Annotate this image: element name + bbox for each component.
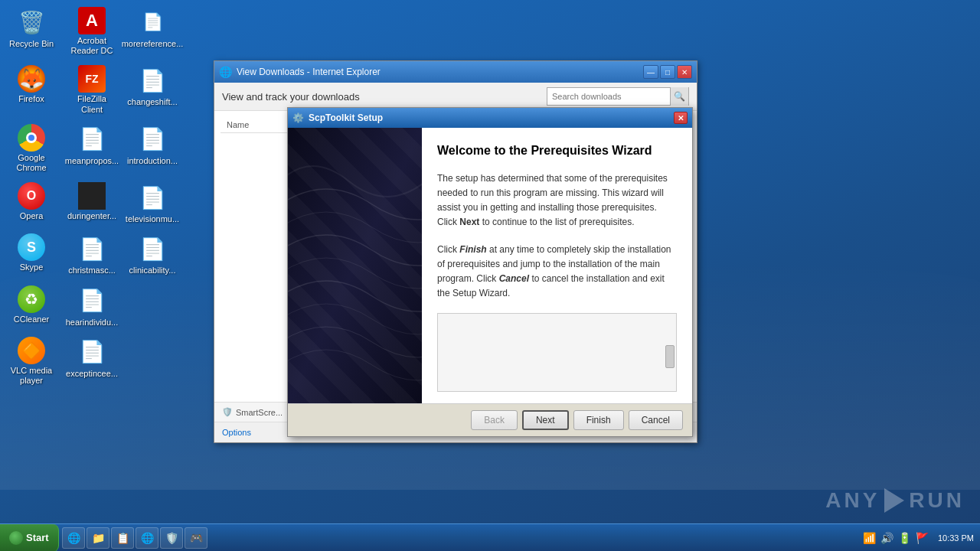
setup-scroll-area[interactable] (437, 313, 677, 392)
icon-label-clinicability: clinicability... (129, 266, 176, 276)
icon-ccleaner[interactable]: ♻ CCleaner (4, 282, 59, 331)
tray-network-icon: 📶 (863, 532, 876, 544)
anyrun-watermark: ANY RUN (825, 488, 965, 513)
back-button[interactable]: Back (471, 410, 518, 430)
search-box[interactable]: 🔍 (547, 87, 689, 106)
icon-meanpropos[interactable]: 📄 meanpropos... (64, 121, 119, 176)
icon-label-acrobat: Acrobat Reader DC (67, 36, 116, 56)
icon-label-televisionmu: televisionmu... (126, 214, 179, 224)
ie-title-icon: 🌐 (219, 66, 232, 78)
system-tray: 📶 🔊 🔋 🚩 10:33 PM (857, 532, 980, 544)
taskbar-gamepad[interactable]: 🎮 (185, 527, 207, 549)
options-link[interactable]: Options (222, 428, 251, 437)
icon-duringenter[interactable]: duringenter... (64, 179, 119, 227)
icon-label-morereference: morereference... (122, 39, 184, 49)
anyrun-text-any: ANY (825, 488, 880, 513)
icon-recycle-bin[interactable]: 🗑️ Recycle Bin (4, 4, 59, 59)
setup-left-panel (288, 128, 422, 403)
close-downloads-button[interactable]: ✕ (677, 65, 692, 79)
tray-flag-icon: 🚩 (916, 532, 929, 544)
icon-exceptincee[interactable]: 📄 exceptincee... (64, 334, 119, 389)
icon-morereference[interactable]: 📄 morereference... (125, 4, 180, 59)
morereference-icon: 📄 (137, 7, 168, 37)
desktop-icons: 🗑️ Recycle Bin A Acrobat Reader DC 📄 mor… (4, 4, 182, 389)
vlc-icon: 🔶 (18, 337, 45, 364)
icon-firefox[interactable]: 🦊 Firefox (4, 62, 59, 117)
duringenter-icon (78, 182, 106, 210)
maximize-button[interactable]: □ (660, 65, 675, 79)
icon-label-christmasc: christmasc... (68, 266, 116, 276)
search-button[interactable]: 🔍 (670, 87, 688, 106)
icon-acrobat[interactable]: A Acrobat Reader DC (64, 4, 119, 59)
anyrun-text-run: RUN (909, 488, 965, 513)
skype-icon: S (18, 233, 45, 261)
taskbar-shield[interactable]: 🛡️ (160, 527, 183, 549)
search-input[interactable] (547, 88, 670, 105)
icon-vlc[interactable]: 🔶 VLC media player (4, 334, 59, 389)
icon-label-skype: Skype (20, 262, 44, 272)
setup-footer: Back Next Finish Cancel (288, 403, 692, 436)
taskbar-ie[interactable]: 🌐 (62, 527, 85, 549)
cancel-bold-text: Cancel (499, 273, 529, 284)
exceptincee-icon: 📄 (77, 337, 107, 367)
start-label: Start (26, 532, 49, 543)
start-button[interactable]: Start (0, 524, 59, 552)
icon-label-meanpropos: meanpropos... (65, 156, 119, 166)
icon-opera[interactable]: O Opera (4, 179, 59, 227)
icon-label-introduction: introduction... (127, 156, 178, 166)
icon-introduction[interactable]: 📄 introduction... (125, 121, 180, 176)
televisionmu-icon: 📄 (137, 182, 168, 213)
icon-label-firefox: Firefox (18, 94, 44, 104)
taskbar-folder[interactable]: 📁 (87, 527, 109, 549)
anyrun-play-icon (884, 488, 904, 513)
christmasc-icon: 📄 (77, 233, 107, 264)
icon-hearindividu[interactable]: 📄 hearindividu... (64, 282, 119, 331)
icon-label-vlc: VLC media player (7, 366, 56, 386)
system-clock: 10:33 PM (938, 533, 974, 543)
changeshift-icon: 📄 (137, 65, 168, 96)
setup-right-panel: Welcome to the Prerequisites Wizard The … (422, 128, 692, 403)
minimize-button[interactable]: — (643, 65, 658, 79)
tray-icons: 📶 🔊 🔋 🚩 (863, 532, 929, 544)
icon-label-duringenter: duringenter... (67, 211, 116, 221)
icon-label-exceptincee: exceptincee... (66, 369, 118, 379)
filezilla-icon: FZ (78, 65, 106, 93)
taskbar: Start 🌐 📁 📋 🌐 🛡️ 🎮 📶 (0, 523, 980, 551)
start-orb (9, 531, 23, 545)
icon-skype[interactable]: S Skype (4, 230, 59, 279)
smartscreen-text: SmartScre... (236, 408, 283, 417)
setup-body: Welcome to the Prerequisites Wizard The … (288, 128, 692, 403)
scrollbar-thumb[interactable] (665, 345, 675, 368)
taskbar-media[interactable]: 📋 (111, 527, 134, 549)
icon-televisionmu[interactable]: 📄 televisionmu... (125, 179, 180, 227)
setup-titlebar[interactable]: ⚙️ ScpToolkit Setup ✕ (288, 108, 692, 128)
ccleaner-icon: ♻ (18, 285, 45, 313)
icon-filezilla[interactable]: FZ FileZilla Client (64, 62, 119, 117)
icon-changeshift[interactable]: 📄 changeshift... (125, 62, 180, 117)
icon-label-google-chrome: Google Chrome (7, 153, 56, 173)
setup-body-text-1: The setup has determined that some of th… (437, 171, 677, 230)
taskbar-media-icon: 📋 (116, 532, 129, 544)
finish-button[interactable]: Finish (573, 410, 624, 430)
cancel-button[interactable]: Cancel (629, 410, 683, 430)
introduction-icon: 📄 (137, 124, 168, 155)
icon-google-chrome[interactable]: Google Chrome (4, 121, 59, 176)
google-chrome-icon (18, 124, 45, 152)
tray-battery-icon: 🔋 (898, 532, 911, 544)
setup-body-text-2: Click Finish at any time to completely s… (437, 243, 677, 302)
downloads-titlebar[interactable]: 🌐 View Downloads - Internet Explorer — □… (214, 61, 697, 83)
tray-sound-icon: 🔊 (880, 532, 893, 544)
recycle-bin-icon: 🗑️ (16, 7, 47, 37)
icon-clinicability[interactable]: 📄 clinicability... (125, 230, 180, 279)
icon-christmasc[interactable]: 📄 christmasc... (64, 230, 119, 279)
opera-icon: O (18, 182, 45, 210)
icon-label-recycle-bin: Recycle Bin (9, 39, 54, 49)
next-button[interactable]: Next (522, 410, 569, 430)
icon-label-hearindividu: hearindividu... (66, 318, 119, 328)
icon-label-changeshift: changeshift... (127, 97, 177, 107)
taskbar-chrome[interactable]: 🌐 (136, 527, 158, 549)
taskbar-gamepad-icon: 🎮 (190, 532, 202, 544)
setup-decorative-svg (288, 128, 422, 403)
downloads-toolbar-text: View and track your downloads (222, 91, 360, 103)
setup-close-button[interactable]: ✕ (674, 112, 688, 124)
